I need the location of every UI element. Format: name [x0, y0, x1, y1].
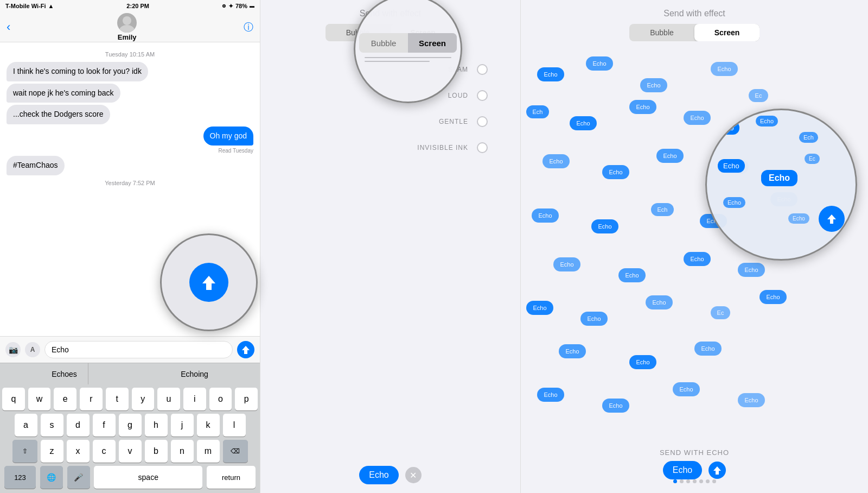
echo-bubble-31: Echo — [602, 399, 629, 413]
input-area: 📷 A — [0, 336, 260, 363]
keyboard: q w e r t y u i o p a s d f g h j k l ⇧ … — [0, 384, 260, 493]
space-key[interactable]: space — [94, 466, 202, 489]
status-bar: T-Mobile Wi-Fi ▲ 2:20 PM ⊕ ✦ 78% ▬ — [0, 0, 260, 12]
echo-bubble-5: Echo — [570, 116, 597, 130]
key-n[interactable]: n — [171, 440, 194, 463]
keyboard-row-2: a s d f g h j k l — [2, 414, 258, 437]
key-c[interactable]: c — [93, 440, 116, 463]
panel3-bottom: SEND WITH ECHO Echo — [521, 443, 868, 493]
dot-4 — [699, 479, 703, 483]
panel3-tab-screen[interactable]: Screen — [694, 24, 760, 41]
echo-bubble-23: Echo — [580, 312, 608, 326]
key-r[interactable]: r — [80, 388, 103, 410]
key-y[interactable]: y — [132, 388, 155, 410]
m-echo-6: Echo — [723, 197, 745, 208]
panel-imessage: T-Mobile Wi-Fi ▲ 2:20 PM ⊕ ✦ 78% ▬ ‹ Emi… — [0, 0, 260, 493]
echo-bubble-10: Echo — [602, 165, 629, 179]
magnify-echo-content: Echo Echo Ech Echo Echo Ec Echo Echo — [707, 110, 856, 259]
delete-key[interactable]: ⌫ — [223, 440, 248, 463]
effect-item-invisible-ink[interactable]: INVISIBLE INK — [260, 135, 520, 161]
status-left: T-Mobile Wi-Fi ▲ — [5, 3, 54, 9]
key-v[interactable]: v — [119, 440, 142, 463]
info-button[interactable]: ⓘ — [244, 21, 253, 34]
key-p[interactable]: p — [235, 388, 258, 410]
echo-bubble-26: Echo — [760, 290, 787, 304]
key-x[interactable]: x — [67, 440, 90, 463]
echo-bubble-2: Echo — [640, 78, 667, 92]
key-b[interactable]: b — [145, 440, 168, 463]
echo-bubble-29: Echo — [694, 342, 722, 356]
echo-bubble-4: Ech — [526, 105, 549, 118]
magnify-echo-circle: Echo Echo Ech Echo Echo Ec Echo Echo — [705, 109, 857, 261]
key-k[interactable]: k — [197, 414, 220, 437]
key-u[interactable]: u — [157, 388, 180, 410]
key-o[interactable]: o — [209, 388, 232, 410]
effect-name-invisible-ink: INVISIBLE INK — [282, 144, 468, 151]
key-f[interactable]: f — [93, 414, 116, 437]
camera-button[interactable]: 📷 — [5, 342, 21, 357]
location-icon: ⊕ — [222, 3, 226, 9]
key-t[interactable]: t — [106, 388, 129, 410]
echo-bubble-11: Echo — [656, 149, 684, 163]
effect-name-gentle: GENTLE — [282, 118, 468, 125]
bubble-outgoing: Oh my god — [203, 127, 253, 146]
dot-2 — [686, 479, 690, 483]
globe-key[interactable]: 🌐 — [40, 466, 63, 489]
key-d[interactable]: d — [67, 414, 90, 437]
return-key[interactable]: return — [207, 466, 256, 489]
battery-label: 78% — [235, 3, 247, 9]
panel3-header: Send with effect Bubble Screen — [521, 0, 868, 46]
shift-key[interactable]: ⇧ — [12, 440, 37, 463]
panel3-send-button[interactable] — [709, 462, 726, 479]
effect-radio-loud[interactable] — [477, 90, 488, 101]
echo-bubble-22: Echo — [526, 301, 553, 315]
message-input[interactable] — [44, 341, 233, 358]
numbers-key[interactable]: 123 — [4, 466, 36, 489]
dots-row — [673, 479, 716, 483]
date-label-2: Yesterday 7:52 PM — [7, 180, 253, 186]
send-button[interactable] — [237, 341, 254, 358]
autocorrect-word-1[interactable]: Echoes — [41, 363, 88, 384]
m-echo-main: Echo — [761, 170, 797, 186]
key-l[interactable]: l — [223, 414, 246, 437]
effect-radio-slam[interactable] — [477, 64, 488, 75]
key-j[interactable]: j — [171, 414, 194, 437]
battery-icon: ▬ — [250, 3, 254, 9]
echo-bubble-28: Echo — [629, 355, 656, 369]
m-echo-7: Echo — [788, 213, 809, 224]
key-z[interactable]: z — [41, 440, 63, 463]
key-m[interactable]: m — [197, 440, 220, 463]
dot-0 — [673, 479, 677, 483]
key-a[interactable]: a — [15, 414, 37, 437]
panel3-tab-bubble[interactable]: Bubble — [629, 24, 694, 41]
key-g[interactable]: g — [119, 414, 142, 437]
effect-radio-gentle[interactable] — [477, 116, 488, 127]
app-button[interactable]: A — [25, 342, 40, 357]
echo-label: SEND WITH ECHO — [660, 448, 729, 457]
dot-6 — [712, 479, 716, 483]
key-i[interactable]: i — [183, 388, 206, 410]
back-button[interactable]: ‹ — [7, 20, 10, 34]
date-label-1: Tuesday 10:15 AM — [7, 51, 253, 58]
message-row: #TeamChaos — [7, 156, 253, 175]
key-e[interactable]: e — [54, 388, 76, 410]
key-w[interactable]: w — [28, 388, 51, 410]
echo-bubble-14: Echo — [591, 219, 618, 233]
magnified-send-button — [189, 263, 228, 302]
keyboard-row-4: 123 🌐 🎤 space return — [2, 466, 258, 489]
effect-radio-invisible-ink[interactable] — [477, 142, 488, 153]
cancel-button[interactable]: ✕ — [405, 467, 422, 483]
effect-name-loud: LOUD — [282, 92, 468, 99]
keyboard-row-3: ⇧ z x c v b n m ⌫ — [2, 440, 258, 463]
effect-item-gentle[interactable]: GENTLE — [260, 109, 520, 135]
autocorrect-word-2[interactable]: Echoing — [170, 363, 219, 384]
key-h[interactable]: h — [145, 414, 168, 437]
key-s[interactable]: s — [41, 414, 63, 437]
m-echo-1: Echo — [712, 121, 739, 135]
m-echo-4: Echo — [718, 159, 745, 173]
mic-key[interactable]: 🎤 — [67, 466, 90, 489]
key-q[interactable]: q — [2, 388, 25, 410]
magnify-send-circle — [160, 233, 258, 331]
status-right: ⊕ ✦ 78% ▬ — [222, 3, 254, 10]
m-echo-2: Echo — [756, 116, 778, 127]
